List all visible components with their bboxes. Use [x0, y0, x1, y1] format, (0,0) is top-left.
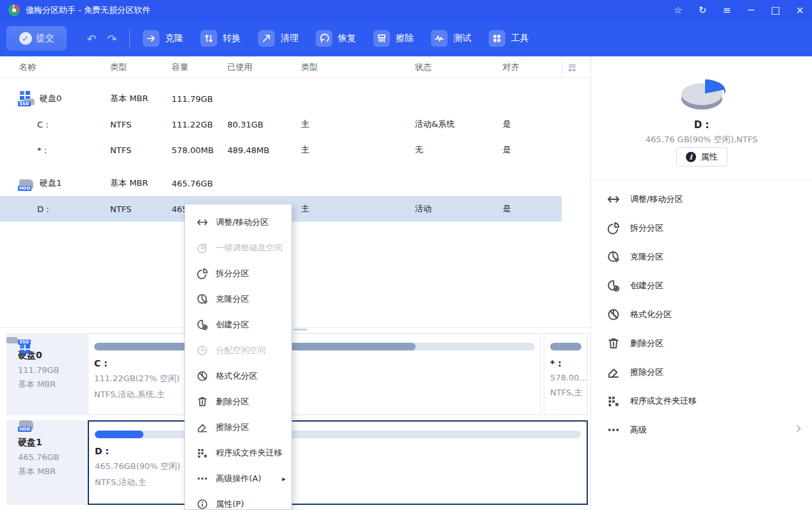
create-icon [607, 279, 620, 292]
toolbar: ✓ 提交 ↶ ↷ 克隆 转换 清理 恢复 擦除 测试 工具 [0, 21, 812, 56]
menu-item-wipe[interactable]: 擦除分区 [185, 415, 291, 440]
advanced-icon [607, 424, 620, 436]
sidebar-action-format[interactable]: 格式化分区 [591, 300, 812, 329]
toolbar-button-4[interactable]: 擦除 [373, 30, 414, 47]
hdd-disk-icon: HDD [18, 176, 35, 191]
sidebar: D : 465.76 GB(90% 空闲),NTFS i 属性 调整/移动分区 … [590, 56, 812, 510]
type-cell: NTFS [110, 145, 172, 155]
view-options[interactable] [562, 56, 590, 78]
partition-block-C[interactable]: C : 111.22GB(27% 空闲) NTFS,活动,系统,主 [88, 333, 541, 415]
menu-item-migrate[interactable]: 程序或文件夹迁移 [185, 440, 291, 466]
sidebar-action-advanced[interactable]: 高级 [591, 415, 812, 444]
tb-tools-icon [489, 30, 505, 47]
capacity-cell: 465.76GB [172, 179, 227, 188]
column-header-1[interactable]: 类型 [110, 62, 172, 73]
menu-item-advanced[interactable]: 高级操作(A) ▸ [185, 466, 291, 491]
app-logo-icon [8, 4, 20, 16]
split-icon [197, 268, 208, 279]
toolbar-divider [129, 30, 130, 47]
column-header-0[interactable]: 名称 [0, 62, 110, 73]
context-menu: 调整/移动分区 一键调整磁盘空间 拆分分区 克隆分区 创建分区 分配空闲空间 格… [184, 204, 292, 510]
one-key-adjust-icon [197, 242, 208, 254]
sidebar-action-clone[interactable]: 克隆分区 [591, 242, 812, 271]
column-header-3[interactable]: 已使用 [227, 62, 301, 73]
close-icon[interactable]: × [788, 0, 812, 21]
undo-button[interactable]: ↶ [85, 32, 99, 45]
toolbar-button-label: 转换 [223, 33, 241, 44]
partition-block-D[interactable]: D : 465.76GB(90% 空闲) NTFS,活动,主 [88, 420, 588, 505]
column-header-2[interactable]: 容量 [172, 62, 227, 73]
toolbar-button-1[interactable]: 转换 [200, 30, 241, 47]
disk-type: 基本 MBR [18, 379, 88, 390]
column-header-4[interactable]: 类型 [301, 62, 415, 73]
sidebar-action-delete[interactable]: 删除分区 [591, 329, 812, 358]
table-row-1[interactable]: HDD硬盘1 基本 MBR 465.76GB [0, 170, 590, 196]
partition-name-cell: D : [0, 204, 110, 214]
horizontal-scrollbar[interactable] [293, 329, 307, 331]
redo-button[interactable]: ↷ [105, 32, 119, 45]
table-row-C[interactable]: C : NTFS 111.22GB 80.31GB 主 活动&系统 是 [0, 111, 590, 137]
menu-item-clone[interactable]: 克隆分区 [185, 286, 291, 312]
delete-icon [197, 396, 208, 407]
wipe-icon [197, 422, 208, 433]
sidebar-action-resize-move[interactable]: 调整/移动分区 [591, 185, 812, 213]
aligned-cell: 是 [503, 144, 562, 156]
partition-block-star[interactable]: * : 578.00... NTFS,主 [544, 333, 588, 415]
menu-item-format[interactable]: 格式化分区 [185, 363, 291, 389]
menu-item-resize-move[interactable]: 调整/移动分区 [185, 210, 291, 235]
sidebar-action-create[interactable]: 创建分区 [591, 271, 812, 300]
maximize-icon[interactable]: □ [763, 0, 788, 21]
capacity-cell: 578.00MB [172, 145, 227, 155]
toolbar-button-2[interactable]: 清理 [258, 30, 298, 47]
advanced-icon [197, 473, 208, 484]
table-row-star[interactable]: * : NTFS 578.00MB 489.48MB 主 无 是 [0, 137, 590, 163]
type-cell: NTFS [110, 120, 172, 129]
menu-item-split[interactable]: 拆分分区 [185, 261, 291, 286]
ptype-cell: 主 [301, 119, 415, 130]
window-controls: ☆↻≡─□× [666, 0, 812, 21]
sidebar-action-split[interactable]: 拆分分区 [591, 213, 812, 242]
usage-bar [94, 343, 535, 350]
tb-wipe-icon [373, 30, 390, 47]
toolbar-button-6[interactable]: 工具 [489, 30, 529, 47]
format-icon [607, 308, 620, 321]
disk-table: 名称类型容量已使用类型状态对齐 SSD硬盘0 基本 MBR 111.79GB C… [0, 56, 590, 510]
toolbar-button-5[interactable]: 测试 [431, 30, 471, 47]
used-cell: 489.48MB [227, 145, 301, 155]
disk-map-row-1: HDD 硬盘1 465.76GB 基本 MBR D : 465.76GB(90%… [6, 420, 588, 505]
table-row-0[interactable]: SSD硬盘0 基本 MBR 111.79GB [0, 86, 590, 111]
partition-detail: 578.00... [550, 373, 587, 383]
toolbar-button-label: 测试 [453, 33, 471, 44]
sidebar-divider [591, 179, 812, 180]
menu-icon[interactable]: ≡ [715, 0, 739, 21]
menu-item-delete[interactable]: 删除分区 [185, 389, 291, 415]
toolbar-button-0[interactable]: 克隆 [143, 30, 183, 47]
disk-info-box[interactable]: HDD 硬盘1 465.76GB 基本 MBR [6, 420, 88, 505]
properties-icon [197, 498, 208, 510]
column-header-5[interactable]: 状态 [415, 62, 503, 73]
sidebar-action-wipe[interactable]: 擦除分区 [591, 358, 812, 386]
minimize-icon[interactable]: ─ [739, 0, 763, 21]
check-icon: ✓ [19, 32, 32, 45]
submit-button[interactable]: ✓ 提交 [6, 26, 67, 51]
column-header-6[interactable]: 对齐 [503, 62, 562, 73]
star-icon[interactable]: ☆ [666, 0, 690, 21]
refresh-icon[interactable]: ↻ [690, 0, 715, 21]
usage-bar [550, 343, 581, 350]
menu-item-properties[interactable]: 属性(P) [185, 491, 291, 510]
ptype-cell: 主 [301, 144, 415, 156]
ssd-disk-icon: SSD [18, 91, 35, 106]
disk-info-box[interactable]: SSD 硬盘0 111.79GB 基本 MBR [6, 333, 88, 415]
tb-clean-icon [258, 30, 275, 47]
menu-item-create[interactable]: 创建分区 [185, 312, 291, 338]
sidebar-action-migrate[interactable]: 程序或文件夹迁移 [591, 386, 812, 415]
partition-filesystem: NTFS,活动,主 [95, 477, 587, 488]
properties-button[interactable]: i 属性 [676, 147, 727, 167]
partition-detail: 111.22GB(27% 空闲) [94, 373, 540, 384]
partition-filesystem: NTFS,活动,系统,主 [94, 389, 540, 400]
partition-detail: 465.76GB(90% 空闲) [95, 461, 587, 472]
partition-filesystem: NTFS,主 [550, 387, 587, 399]
toolbar-button-3[interactable]: 恢复 [316, 30, 356, 47]
menu-item-one-key-adjust: 一键调整磁盘空间 [185, 235, 291, 261]
migrate-icon [607, 395, 620, 407]
